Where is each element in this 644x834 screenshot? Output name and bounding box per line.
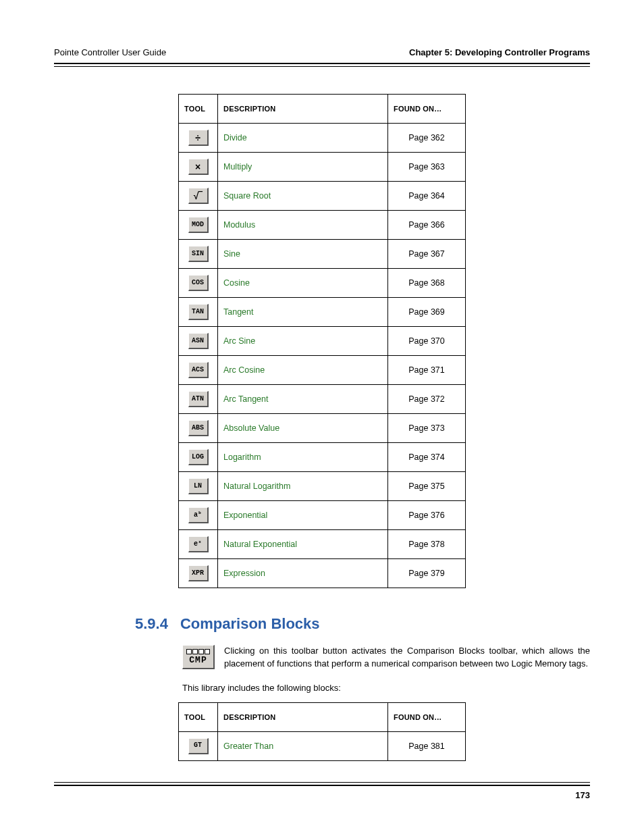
description-cell: Expression bbox=[218, 559, 388, 588]
tool-cell: √‾ bbox=[179, 182, 218, 211]
found-on-cell: Page 375 bbox=[388, 472, 466, 501]
found-on-cell: Page 376 bbox=[388, 501, 466, 530]
table-row: XPRExpressionPage 379 bbox=[179, 559, 466, 588]
description-cell: Logarithm bbox=[218, 443, 388, 472]
section-heading: 5.9.4 Comparison Blocks bbox=[54, 615, 590, 633]
col-tool: TOOL bbox=[179, 95, 218, 124]
found-on-cell: Page 369 bbox=[388, 298, 466, 327]
cmp-icon-label: CMP bbox=[189, 656, 207, 664]
table-row: ABSAbsolute ValuePage 373 bbox=[179, 414, 466, 443]
table-row: TANTangentPage 369 bbox=[179, 298, 466, 327]
description-cell: Sine bbox=[218, 240, 388, 269]
page-number: 173 bbox=[54, 790, 590, 800]
col-found-on: FOUND ON… bbox=[388, 702, 466, 731]
description-cell: Multiply bbox=[218, 153, 388, 182]
table-row: ACSArc CosinePage 371 bbox=[179, 356, 466, 385]
found-on-cell: Page 368 bbox=[388, 269, 466, 298]
tool-button-icon: aᵇ bbox=[188, 507, 209, 523]
tool-button-icon: LN bbox=[188, 478, 209, 494]
tool-button-icon: MOD bbox=[188, 217, 209, 233]
cmp-toolbar-icon: CMP bbox=[182, 645, 215, 669]
description-cell: Tangent bbox=[218, 298, 388, 327]
table-row: GTGreater ThanPage 381 bbox=[179, 731, 466, 760]
description-cell: Divide bbox=[218, 124, 388, 153]
tool-cell: aᵇ bbox=[179, 501, 218, 530]
tool-cell: SIN bbox=[179, 240, 218, 269]
tool-cell: ATN bbox=[179, 385, 218, 414]
tool-cell: ABS bbox=[179, 414, 218, 443]
found-on-cell: Page 362 bbox=[388, 124, 466, 153]
found-on-cell: Page 367 bbox=[388, 240, 466, 269]
description-cell: Arc Tangent bbox=[218, 385, 388, 414]
table-row: SINSinePage 367 bbox=[179, 240, 466, 269]
tool-button-icon: COS bbox=[188, 275, 209, 291]
table-row: COSCosinePage 368 bbox=[179, 269, 466, 298]
tool-button-icon: × bbox=[188, 159, 209, 175]
found-on-cell: Page 366 bbox=[388, 211, 466, 240]
found-on-cell: Page 378 bbox=[388, 530, 466, 559]
col-description: DESCRIPTION bbox=[218, 702, 388, 731]
header-chapter-title: Chapter 5: Developing Controller Program… bbox=[409, 47, 590, 57]
tool-button-icon: XPR bbox=[188, 565, 209, 581]
library-intro: This library includes the following bloc… bbox=[54, 683, 590, 693]
tool-button-icon: TAN bbox=[188, 304, 209, 320]
found-on-cell: Page 379 bbox=[388, 559, 466, 588]
col-description: DESCRIPTION bbox=[218, 95, 388, 124]
tool-cell: GT bbox=[179, 731, 218, 760]
tool-cell: × bbox=[179, 153, 218, 182]
tool-button-icon: ATN bbox=[188, 391, 209, 407]
tool-cell: LOG bbox=[179, 443, 218, 472]
table-row: aᵇExponentialPage 376 bbox=[179, 501, 466, 530]
table-header-row: TOOL DESCRIPTION FOUND ON… bbox=[179, 702, 466, 731]
cmp-icon-boxes bbox=[186, 649, 210, 654]
table-row: ASNArc SinePage 370 bbox=[179, 327, 466, 356]
header-doc-title: Pointe Controller User Guide bbox=[54, 47, 166, 57]
tool-button-icon: SIN bbox=[188, 246, 209, 262]
table-row: LOGLogarithmPage 374 bbox=[179, 443, 466, 472]
table-row: eˣNatural ExponentialPage 378 bbox=[179, 530, 466, 559]
description-cell: Natural Logarithm bbox=[218, 472, 388, 501]
tool-cell: ACS bbox=[179, 356, 218, 385]
table-row: ATNArc TangentPage 372 bbox=[179, 385, 466, 414]
tool-button-icon: LOG bbox=[188, 449, 209, 465]
tool-cell: LN bbox=[179, 472, 218, 501]
found-on-cell: Page 370 bbox=[388, 327, 466, 356]
description-cell: Square Root bbox=[218, 182, 388, 211]
tool-cell: ASN bbox=[179, 327, 218, 356]
found-on-cell: Page 364 bbox=[388, 182, 466, 211]
description-cell: Greater Than bbox=[218, 731, 388, 760]
table-header-row: TOOL DESCRIPTION FOUND ON… bbox=[179, 95, 466, 124]
col-tool: TOOL bbox=[179, 702, 218, 731]
section-paragraph: Clicking on this toolbar button activate… bbox=[224, 645, 590, 671]
found-on-cell: Page 373 bbox=[388, 414, 466, 443]
description-cell: Arc Sine bbox=[218, 327, 388, 356]
tool-button-icon: ACS bbox=[188, 362, 209, 378]
description-cell: Natural Exponential bbox=[218, 530, 388, 559]
found-on-cell: Page 371 bbox=[388, 356, 466, 385]
found-on-cell: Page 374 bbox=[388, 443, 466, 472]
tool-button-icon: ÷ bbox=[188, 130, 209, 146]
tool-cell: COS bbox=[179, 269, 218, 298]
table-row: MODModulusPage 366 bbox=[179, 211, 466, 240]
tool-cell: ÷ bbox=[179, 124, 218, 153]
footer-rule-thin bbox=[54, 782, 590, 783]
tool-button-icon: GT bbox=[188, 738, 209, 754]
page-header: Pointe Controller User Guide Chapter 5: … bbox=[54, 47, 590, 61]
table-row: √‾Square RootPage 364 bbox=[179, 182, 466, 211]
description-cell: Absolute Value bbox=[218, 414, 388, 443]
tool-button-icon: eˣ bbox=[188, 536, 209, 552]
table-row: LNNatural LogarithmPage 375 bbox=[179, 472, 466, 501]
tool-cell: eˣ bbox=[179, 530, 218, 559]
table-row: ÷DividePage 362 bbox=[179, 124, 466, 153]
description-cell: Arc Cosine bbox=[218, 356, 388, 385]
tool-cell: MOD bbox=[179, 211, 218, 240]
footer-rule-thick bbox=[54, 785, 590, 786]
section-title: Comparison Blocks bbox=[180, 615, 320, 633]
header-rule-thick bbox=[54, 63, 590, 64]
description-cell: Cosine bbox=[218, 269, 388, 298]
tool-button-icon: ABS bbox=[188, 420, 209, 436]
tool-cell: TAN bbox=[179, 298, 218, 327]
tool-cell: XPR bbox=[179, 559, 218, 588]
found-on-cell: Page 381 bbox=[388, 731, 466, 760]
comparison-tools-table: TOOL DESCRIPTION FOUND ON… GTGreater Tha… bbox=[178, 702, 466, 761]
